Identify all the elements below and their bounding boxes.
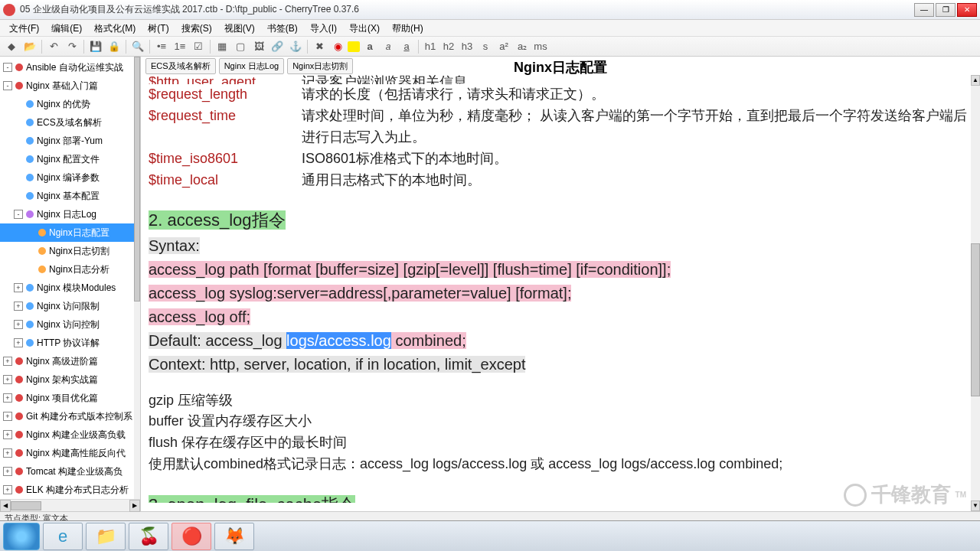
node-icon <box>26 192 34 200</box>
tree-node[interactable]: +ECS及域名解析 <box>0 113 140 132</box>
tree-expander-icon[interactable]: + <box>14 302 23 311</box>
tree-node[interactable]: +Nginx日志分析 <box>0 260 140 279</box>
tree-expander-icon[interactable]: + <box>14 320 23 329</box>
tree-expander-icon[interactable]: + <box>3 412 12 421</box>
tree-expander-icon[interactable]: - <box>3 63 12 72</box>
tree-node[interactable]: +Tomcat 构建企业级高负 <box>0 462 140 481</box>
node-icon <box>26 100 34 108</box>
tree-node[interactable]: +Nginx 部署-Yum <box>0 132 140 150</box>
tab-nginx-log[interactable]: Nginx 日志Log <box>219 58 285 74</box>
tree-expander-icon[interactable]: + <box>3 393 12 403</box>
anchor-icon[interactable]: ⚓ <box>287 39 304 54</box>
underline-icon[interactable]: a <box>398 39 415 54</box>
tree-node[interactable]: +Nginx 项目优化篇 <box>0 389 140 407</box>
menu-import[interactable]: 导入(I) <box>304 20 343 36</box>
monospace-icon[interactable]: ms <box>532 39 549 54</box>
search-icon[interactable]: 🔍 <box>129 39 146 54</box>
list-todo-icon[interactable]: ☑ <box>190 39 207 54</box>
tree-expander-icon[interactable]: - <box>14 210 23 219</box>
tree-expander-icon[interactable]: + <box>3 467 12 476</box>
tree-expander-icon[interactable]: + <box>3 448 12 458</box>
strike-icon[interactable]: s <box>477 39 494 54</box>
tree-vscrollbar[interactable] <box>134 57 140 499</box>
taskbar-cherrytree-icon[interactable]: 🍒 <box>129 523 168 550</box>
h2-icon[interactable]: h2 <box>440 39 457 54</box>
taskbar-app-icon[interactable]: 🔴 <box>172 523 211 550</box>
codebox-icon[interactable]: ▢ <box>232 39 249 54</box>
menu-view[interactable]: 视图(V) <box>218 20 261 36</box>
menu-edit[interactable]: 编辑(E) <box>45 20 88 36</box>
list-number-icon[interactable]: 1≡ <box>172 39 188 54</box>
menu-bookmarks[interactable]: 书签(B) <box>261 20 304 36</box>
tree-node[interactable]: +Nginx 架构实战篇 <box>0 370 140 389</box>
tab-nginx-cut[interactable]: Nginx日志切割 <box>287 58 353 74</box>
new-node-icon[interactable]: ◆ <box>3 39 20 54</box>
tree-expander-icon[interactable]: + <box>3 430 12 439</box>
h1-icon[interactable]: h1 <box>422 39 439 54</box>
taskbar-ie-icon[interactable]: e <box>43 523 83 550</box>
tree-node[interactable]: +Nginx 编译参数 <box>0 168 140 187</box>
superscript-icon[interactable]: a² <box>495 39 512 54</box>
tree-node[interactable]: +Nginx 访问限制 <box>0 297 140 315</box>
image-icon[interactable]: 🖼 <box>250 39 267 54</box>
tree-node[interactable]: +Nginx 构建高性能反向代 <box>0 444 140 462</box>
print-icon[interactable]: 🔒 <box>106 39 122 54</box>
bold-icon[interactable]: a <box>361 39 378 54</box>
tree-node[interactable]: +ELK 构建分布式日志分析 <box>0 481 140 499</box>
link-icon[interactable]: 🔗 <box>269 39 286 54</box>
node-icon <box>26 284 34 292</box>
maximize-button[interactable]: ❐ <box>936 3 956 17</box>
tree-expander-icon[interactable]: + <box>14 338 23 347</box>
bg-color-icon[interactable] <box>348 41 360 52</box>
menubar: 文件(F) 编辑(E) 格式化(M) 树(T) 搜索(S) 视图(V) 书签(B… <box>0 20 980 37</box>
list-bullet-icon[interactable]: •≡ <box>153 39 170 54</box>
tree-expander-icon[interactable]: + <box>3 375 12 384</box>
menu-help[interactable]: 帮助(H) <box>386 20 430 36</box>
tree-node[interactable]: +Nginx 模块Modules <box>0 279 140 297</box>
tree-node[interactable]: -Ansible 自动化运维实战 <box>0 58 140 77</box>
tree-hscrollbar[interactable]: ◀▶ <box>0 499 140 511</box>
tree-expander-icon[interactable]: + <box>14 283 23 292</box>
open-icon[interactable]: 📂 <box>21 39 38 54</box>
redo-icon[interactable]: ↷ <box>64 39 80 54</box>
tree-node[interactable]: -Nginx 日志Log <box>0 205 140 223</box>
node-icon <box>26 119 34 126</box>
menu-search[interactable]: 搜索(S) <box>175 20 218 36</box>
undo-icon[interactable]: ↶ <box>45 39 62 54</box>
tree-expander-icon[interactable]: - <box>3 81 12 90</box>
menu-export[interactable]: 导出(X) <box>343 20 386 36</box>
tree-node[interactable]: +Nginx日志切割 <box>0 242 140 260</box>
editor-content[interactable]: $http_user_agent 记录客户端浏览器相关信息 $request_l… <box>141 75 980 511</box>
tree-node[interactable]: -Nginx 基础入门篇 <box>0 77 140 95</box>
tree-node[interactable]: +Nginx 访问控制 <box>0 315 140 334</box>
tree-node[interactable]: +Nginx 的优势 <box>0 95 140 113</box>
tree-expander-icon[interactable]: + <box>3 357 12 366</box>
tree-node[interactable]: +Nginx 高级进阶篇 <box>0 352 140 370</box>
tree-node[interactable]: +Git 构建分布式版本控制系 <box>0 407 140 425</box>
save-icon[interactable]: 💾 <box>87 39 104 54</box>
taskbar-firefox-icon[interactable]: 🦊 <box>214 523 254 550</box>
tab-ecs[interactable]: ECS及域名解析 <box>145 58 216 74</box>
start-button[interactable] <box>3 523 40 550</box>
italic-icon[interactable]: a <box>380 39 397 54</box>
tree-node[interactable]: +Nginx 构建企业级高负载 <box>0 425 140 444</box>
menu-file[interactable]: 文件(F) <box>3 20 45 36</box>
tree-node-label: HTTP 协议详解 <box>37 337 100 350</box>
tree-node[interactable]: +Nginx 基本配置 <box>0 187 140 205</box>
h3-icon[interactable]: h3 <box>459 39 475 54</box>
editor-vscrollbar[interactable]: ▲▼ <box>971 75 980 511</box>
tree-node[interactable]: +Nginx 配置文件 <box>0 150 140 168</box>
menu-format[interactable]: 格式化(M) <box>88 20 142 36</box>
subscript-icon[interactable]: a₂ <box>514 39 531 54</box>
menu-tree[interactable]: 树(T) <box>142 20 175 36</box>
fg-color-icon[interactable]: ◉ <box>329 39 346 54</box>
clear-format-icon[interactable]: ✖ <box>311 39 328 54</box>
tree-expander-icon[interactable]: + <box>3 485 12 494</box>
tree-node[interactable]: +Nginx日志配置 <box>0 223 140 242</box>
minimize-button[interactable]: — <box>914 3 934 17</box>
taskbar-explorer-icon[interactable]: 📁 <box>86 523 126 550</box>
tree-node[interactable]: +HTTP 协议详解 <box>0 334 140 352</box>
table-icon[interactable]: ▦ <box>214 39 230 54</box>
var-name: $http_user_agent <box>149 75 302 84</box>
close-button[interactable]: ✕ <box>957 3 977 17</box>
